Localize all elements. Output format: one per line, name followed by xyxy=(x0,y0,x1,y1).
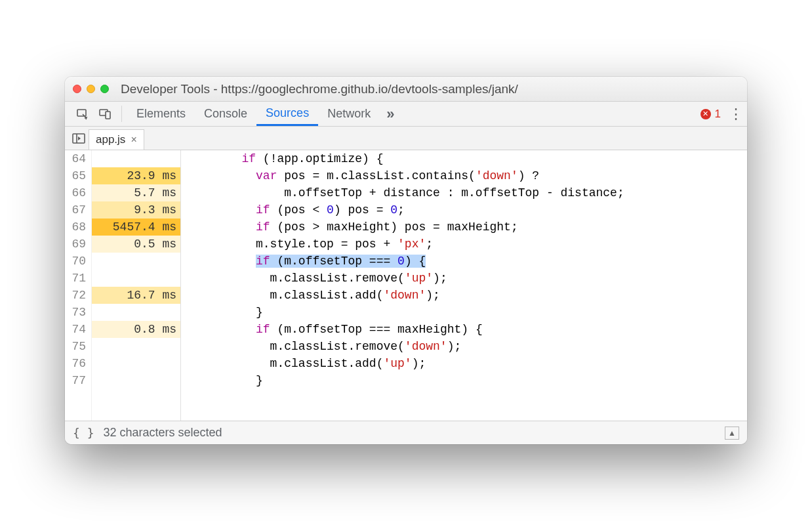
line-timing xyxy=(92,304,180,321)
error-count: 1 xyxy=(715,108,721,121)
code-line[interactable]: m.classList.add('down'); xyxy=(185,287,747,304)
window-title: Developer Tools - https://googlechrome.g… xyxy=(121,82,518,96)
line-timing: 16.7 ms xyxy=(92,287,180,304)
code-line[interactable]: } xyxy=(185,372,747,389)
code-line[interactable]: m.classList.add('up'); xyxy=(185,355,747,372)
code-line[interactable]: m.offsetTop + distance : m.offsetTop - d… xyxy=(185,184,747,201)
pretty-print-icon[interactable]: { } xyxy=(73,426,94,440)
svg-rect-2 xyxy=(106,112,110,119)
line-timing: 9.3 ms xyxy=(92,201,180,219)
svg-rect-0 xyxy=(77,110,86,116)
line-numbers: 6465666768697071727374757677 xyxy=(65,150,91,421)
tab-network[interactable]: Network xyxy=(318,102,380,126)
file-tab[interactable]: app.js × xyxy=(89,129,144,150)
line-number: 70 xyxy=(68,253,86,270)
line-timing: 0.8 ms xyxy=(92,321,180,338)
code-line[interactable]: if (m.offsetTop === 0) { xyxy=(185,253,747,270)
overflow-tabs-button[interactable]: » xyxy=(380,102,401,126)
line-number: 77 xyxy=(68,372,86,389)
line-timing: 23.9 ms xyxy=(92,167,180,184)
status-text: 32 characters selected xyxy=(104,426,222,440)
panel-tabs: ElementsConsoleSourcesNetwork xyxy=(127,102,380,126)
code-line[interactable]: var pos = m.classList.contains('down') ? xyxy=(185,167,747,184)
line-number: 66 xyxy=(68,184,86,201)
devtools-toolbar: ElementsConsoleSourcesNetwork » ✕ 1 ⋮ xyxy=(65,102,747,127)
toolbar-divider xyxy=(121,106,122,122)
line-number: 69 xyxy=(68,236,86,253)
titlebar: Developer Tools - https://googlechrome.g… xyxy=(65,77,747,102)
devtools-window: Developer Tools - https://googlechrome.g… xyxy=(65,77,747,444)
line-number: 71 xyxy=(68,270,86,287)
error-counter[interactable]: ✕ 1 xyxy=(700,102,725,126)
code-editor[interactable]: 6465666768697071727374757677 23.9 ms5.7 … xyxy=(65,150,747,421)
tab-elements[interactable]: Elements xyxy=(127,102,195,126)
file-tab-label: app.js xyxy=(96,133,125,146)
code-line[interactable]: if (!app.optimize) { xyxy=(185,150,747,167)
code-line[interactable]: m.style.top = pos + 'px'; xyxy=(185,236,747,253)
code-line[interactable]: m.classList.remove('up'); xyxy=(185,270,747,287)
code-line[interactable]: m.classList.remove('down'); xyxy=(185,338,747,355)
code-line[interactable]: if (m.offsetTop === maxHeight) { xyxy=(185,321,747,338)
line-timing: 0.5 ms xyxy=(92,236,180,253)
line-timing xyxy=(92,253,180,270)
line-number: 67 xyxy=(68,201,86,219)
device-toolbar-icon[interactable] xyxy=(94,102,116,126)
line-timing xyxy=(92,338,180,355)
line-timings: 23.9 ms5.7 ms9.3 ms5457.4 ms0.5 ms16.7 m… xyxy=(91,150,180,421)
tab-console[interactable]: Console xyxy=(195,102,256,126)
line-number: 74 xyxy=(68,321,86,338)
file-tab-bar: app.js × xyxy=(65,127,747,150)
code-area[interactable]: if (!app.optimize) { var pos = m.classLi… xyxy=(181,150,747,421)
line-number: 68 xyxy=(68,219,86,236)
tab-sources[interactable]: Sources xyxy=(256,102,318,126)
code-line[interactable]: } xyxy=(185,304,747,321)
line-timing: 5.7 ms xyxy=(92,184,180,201)
line-timing: 5457.4 ms xyxy=(92,219,180,236)
line-number: 75 xyxy=(68,338,86,355)
zoom-window-button[interactable] xyxy=(100,85,109,93)
line-timing xyxy=(92,150,180,167)
line-number: 64 xyxy=(68,150,86,167)
code-line[interactable]: if (pos > maxHeight) pos = maxHeight; xyxy=(185,219,747,236)
line-number: 76 xyxy=(68,355,86,372)
line-number: 65 xyxy=(68,167,86,184)
line-number: 73 xyxy=(68,304,86,321)
error-icon: ✕ xyxy=(700,109,711,119)
drawer-toggle-icon[interactable]: ▲ xyxy=(725,427,739,440)
line-timing xyxy=(92,270,180,287)
close-window-button[interactable] xyxy=(73,85,81,93)
navigator-toggle-icon[interactable] xyxy=(69,127,89,150)
kebab-menu-icon[interactable]: ⋮ xyxy=(725,102,747,126)
inspect-element-icon[interactable] xyxy=(71,102,94,126)
traffic-lights xyxy=(73,85,109,93)
line-number: 72 xyxy=(68,287,86,304)
code-line[interactable]: if (pos < 0) pos = 0; xyxy=(185,201,747,219)
minimize-window-button[interactable] xyxy=(87,85,95,93)
close-tab-icon[interactable]: × xyxy=(131,134,136,146)
line-timing xyxy=(92,372,180,389)
status-bar: { } 32 characters selected ▲ xyxy=(65,421,747,444)
gutter: 6465666768697071727374757677 23.9 ms5.7 … xyxy=(65,150,181,421)
line-timing xyxy=(92,355,180,372)
